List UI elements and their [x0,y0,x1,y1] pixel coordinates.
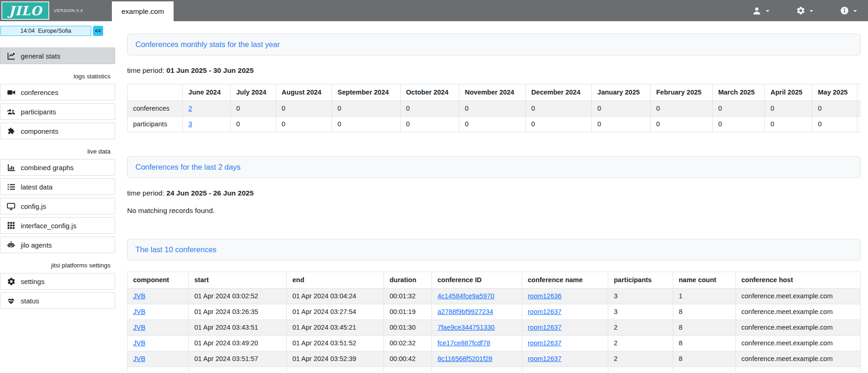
column-header-name-count: name count [673,272,736,289]
cell-name-count: 8 [673,336,736,351]
grid-icon [6,221,16,230]
cell: 0 [332,101,401,117]
column-header [128,84,183,101]
column-header: June 2025 [857,84,861,101]
conference-row: JVB01 Apr 2024 03:49:2001 Apr 2024 03:51… [128,336,861,351]
cell: 0 [592,101,651,117]
conference-row: JVB01 Apr 2024 03:26:3501 Apr 2024 03:27… [128,304,861,320]
sidebar-item-participants[interactable]: participants [0,103,115,120]
app-logo[interactable]: JILO [1,1,49,20]
cell-link[interactable]: room12636 [528,292,561,300]
info-menu[interactable] [840,6,857,15]
cell-conference-id: a2788f9bf9927234 [432,304,522,320]
cell-link[interactable]: room12637 [528,324,561,331]
cell: 0 [857,117,861,132]
cell: 0 [400,101,459,117]
gear-icon [796,6,805,15]
sidebar-item-combined-graphs[interactable]: combined graphs [0,159,115,176]
stat-link[interactable]: 2 [188,105,192,112]
sidebar-item-label: config.js [21,202,46,210]
sidebar-item-components[interactable]: components [0,123,115,139]
sidebar-item-label: jilo agents [21,241,52,249]
cell-name-count: 8 [673,320,736,336]
card-header-monthly-stats: Conferences monthly stats for the last y… [127,34,861,55]
monthly-stats-table: June 2024July 2024August 2024September 2… [127,84,861,132]
sidebar-item-latest-data[interactable]: latest data [0,178,115,195]
cell-conference-host: conference.meet.example.com [736,336,861,351]
column-header: May 2025 [812,84,857,101]
cell-link[interactable]: 8c116568f5201f28 [437,355,492,362]
sidebar-item-status[interactable]: status [0,292,115,309]
sidebar-item-label: latest data [21,183,52,191]
cell [673,367,736,373]
cell-link[interactable]: room12637 [528,339,561,347]
cell-link[interactable]: JVB [133,355,146,362]
list-icon [6,183,16,191]
robot-icon [6,241,16,249]
user-menu[interactable] [752,6,769,16]
cell: 0 [651,101,713,117]
cell-duration: 00:01:19 [384,304,432,320]
sidebar-item-settings[interactable]: settings [0,273,115,290]
cell-link[interactable]: 7fae9ce344751330 [437,324,495,331]
stat-link[interactable]: 3 [188,120,192,128]
time-period-last-2-days: time period: 24 Jun 2025 - 26 Jun 2025 [127,189,861,197]
column-header: September 2024 [332,84,401,101]
cell: 0 [231,117,276,132]
column-header: March 2025 [712,84,765,101]
cell-link[interactable]: 4c14584fce9a5970 [437,292,494,300]
cell: 0 [812,117,857,132]
cell-duration: 00:01:32 [384,289,432,304]
column-header: August 2024 [276,84,332,101]
cell-participants: 2 [608,351,673,367]
cell-start: 01 Apr 2024 03:02:52 [189,289,287,304]
sidebar: 14:04 Europe/Sofia << general statslogs … [0,21,115,373]
sidebar-item-conferences[interactable]: conferences [0,84,115,101]
cell-link[interactable]: JVB [133,324,146,331]
conference-row: JVB01 Apr 2024 03:51:5701 Apr 2024 03:52… [128,351,861,367]
sidebar-item-interface-config-js[interactable]: interface_config.js [0,217,115,234]
sidebar-item-general-stats[interactable]: general stats [0,47,115,64]
version-label: VERSION 0.4 [54,8,83,13]
column-header-conference-id: conference ID [432,272,522,289]
cell-link[interactable]: room12637 [528,308,561,315]
clock-time: 14:04 [20,28,35,34]
gear-icon [6,277,16,286]
cell-link[interactable]: JVB [133,308,146,315]
row-label: conferences [128,101,183,117]
conference-row-partial [128,367,861,373]
cell-conference-id: fce17ce887fcdf78 [432,336,522,351]
cell-link[interactable]: a2788f9bf9927234 [437,308,493,315]
sidebar-collapse-button[interactable]: << [93,26,103,36]
cell-name-count: 1 [673,289,736,304]
main-content: Conferences monthly stats for the last y… [115,21,868,373]
row-label: participants [128,117,183,132]
settings-menu[interactable] [796,6,813,15]
tab-example-com[interactable]: example.com [112,1,174,21]
cell [522,367,608,373]
table-header-row: componentstartenddurationconference IDco… [128,272,861,289]
cell [384,367,432,373]
sidebar-item-jilo-agents[interactable]: jilo agents [0,237,115,253]
cell-start: 01 Apr 2024 03:26:35 [189,304,287,320]
column-header-start: start [189,272,287,289]
clock: 14:04 Europe/Sofia [0,26,91,36]
sidebar-item-config-js[interactable]: config.js [0,198,115,214]
column-header: July 2024 [231,84,276,101]
cell-link[interactable]: room12637 [528,355,561,362]
cell-link[interactable]: JVB [133,292,146,300]
cell [189,367,287,373]
column-header-end: end [287,272,384,289]
cell [287,367,384,373]
cell-link[interactable]: fce17ce887fcdf78 [437,339,490,347]
cell-duration: 00:01:30 [384,320,432,336]
column-header: April 2025 [765,84,812,101]
sidebar-item-label: participants [21,108,56,116]
time-period-monthly: time period: 01 Jun 2025 - 30 Jun 2025 [127,66,861,75]
cell-end: 01 Apr 2024 03:04:24 [287,289,384,304]
column-header-component: component [128,272,189,289]
cell-conference-host: conference.meet.example.com [736,320,861,336]
cell: 0 [459,101,525,117]
cell-link[interactable]: JVB [133,339,146,347]
cell-conference-name: room12637 [522,320,608,336]
